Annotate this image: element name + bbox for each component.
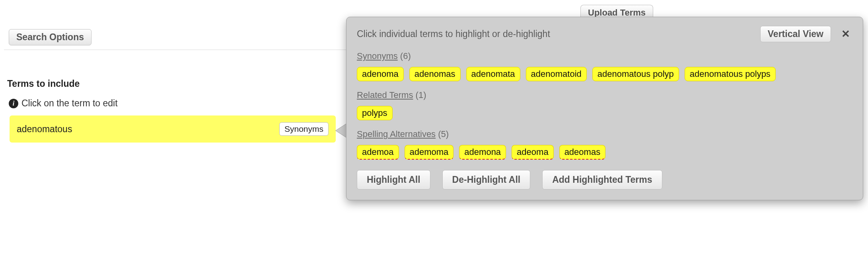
related-chip-row: polyps xyxy=(357,106,852,120)
term-chip[interactable]: ademoa xyxy=(357,145,399,160)
close-icon[interactable]: ✕ xyxy=(839,28,852,40)
related-section-title: Related Terms (1) xyxy=(357,90,852,100)
term-chip[interactable]: adenomatous polyps xyxy=(685,67,776,81)
add-highlighted-terms-button[interactable]: Add Highlighted Terms xyxy=(542,170,662,190)
term-chip[interactable]: adenoma xyxy=(357,67,404,81)
term-chip[interactable]: adeoma xyxy=(512,145,554,160)
info-hint-row: i Click on the term to edit xyxy=(9,98,118,109)
terms-to-include-heading: Terms to include xyxy=(7,78,80,89)
synonyms-panel: Click individual terms to highlight or d… xyxy=(346,17,863,200)
info-hint-text: Click on the term to edit xyxy=(21,98,118,109)
popover-pointer xyxy=(336,123,347,138)
search-options-button[interactable]: Search Options xyxy=(9,29,91,45)
synonyms-button[interactable]: Synonyms xyxy=(279,122,329,136)
spelling-section-title: Spelling Alternatives (5) xyxy=(357,129,852,139)
highlight-all-button[interactable]: Highlight All xyxy=(357,170,430,190)
vertical-view-button[interactable]: Vertical View xyxy=(760,26,831,42)
divider xyxy=(4,49,346,50)
term-chip[interactable]: adenomas xyxy=(409,67,461,81)
spelling-chip-row: ademoaademomaademonaadeomaadeomas xyxy=(357,145,852,160)
term-chip[interactable]: ademona xyxy=(459,145,506,160)
de-highlight-all-button[interactable]: De-Highlight All xyxy=(442,170,531,190)
term-chip[interactable]: adeomas xyxy=(559,145,606,160)
term-chip[interactable]: adenomata xyxy=(466,67,520,81)
panel-instruction: Click individual terms to highlight or d… xyxy=(357,29,752,39)
term-chip[interactable]: ademoma xyxy=(405,145,454,160)
term-chip[interactable]: adenomatous polyp xyxy=(592,67,679,81)
term-value: adenomatous xyxy=(17,124,279,135)
term-row[interactable]: adenomatous Synonyms xyxy=(10,115,336,143)
term-chip[interactable]: polyps xyxy=(357,106,393,120)
synonyms-chip-row: adenomaadenomasadenomataadenomatoidadeno… xyxy=(357,67,852,81)
term-chip[interactable]: adenomatoid xyxy=(526,67,587,81)
synonyms-section-title: Synonyms (6) xyxy=(357,51,852,61)
info-icon: i xyxy=(9,99,18,108)
